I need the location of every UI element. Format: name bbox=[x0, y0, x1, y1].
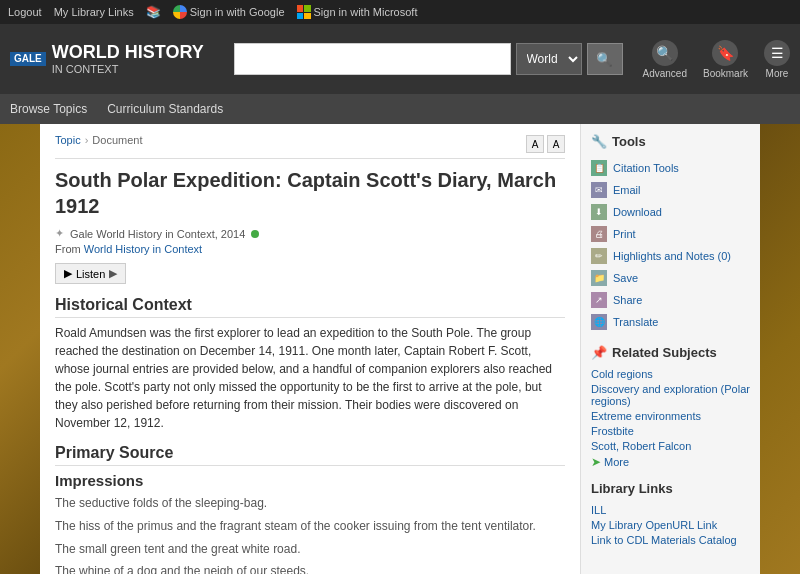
font-size-controls: A A bbox=[526, 135, 565, 153]
font-decrease-button[interactable]: A bbox=[526, 135, 544, 153]
more-arrow-icon: ➤ bbox=[591, 455, 601, 469]
document-title: South Polar Expedition: Captain Scott's … bbox=[55, 167, 565, 219]
top-bar: Logout My Library Links 📚 Sign in with G… bbox=[0, 0, 800, 24]
citation-tools-link[interactable]: 📋 Citation Tools bbox=[591, 157, 750, 179]
bookmark-icon: 🔖 bbox=[712, 40, 738, 66]
share-icon: ↗ bbox=[591, 292, 607, 308]
my-library-links[interactable]: My Library Links bbox=[54, 6, 134, 18]
breadcrumb: Topic › Document bbox=[55, 134, 143, 146]
nav-bar: Browse Topics Curriculum Standards bbox=[0, 94, 800, 124]
translate-icon: 🌐 bbox=[591, 314, 607, 330]
logout-link[interactable]: Logout bbox=[8, 6, 42, 18]
print-link[interactable]: 🖨 Print bbox=[591, 223, 750, 245]
audio-play-icon: ▶ bbox=[109, 267, 117, 280]
related-discovery[interactable]: Discovery and exploration (Polar regions… bbox=[591, 383, 750, 407]
gale-logo: GALE bbox=[10, 52, 46, 66]
cdl-link[interactable]: Link to CDL Materials Catalog bbox=[591, 534, 750, 546]
email-icon: ✉ bbox=[591, 182, 607, 198]
impressions-heading: Impressions bbox=[55, 472, 565, 489]
impression-3: The small green tent and the great white… bbox=[55, 541, 565, 558]
google-signin[interactable]: Sign in with Google bbox=[173, 5, 285, 19]
download-icon: ⬇ bbox=[591, 204, 607, 220]
listen-button[interactable]: ▶ Listen ▶ bbox=[55, 263, 126, 284]
more-button[interactable]: ☰ More bbox=[764, 40, 790, 79]
related-subjects-title: 📌 Related Subjects bbox=[591, 345, 750, 360]
tools-icon: 🔧 bbox=[591, 134, 607, 149]
translate-link[interactable]: 🌐 Translate bbox=[591, 311, 750, 333]
breadcrumb-document: Document bbox=[92, 134, 142, 146]
my-library-link[interactable]: My Library OpenURL Link bbox=[591, 519, 750, 531]
microsoft-signin[interactable]: Sign in with Microsoft bbox=[297, 5, 418, 19]
highlights-link[interactable]: ✏ Highlights and Notes (0) bbox=[591, 245, 750, 267]
tools-list: 📋 Citation Tools ✉ Email ⬇ Download 🖨 Pr… bbox=[591, 157, 750, 333]
site-name: WORLD HISTORY IN CONTEXT bbox=[52, 43, 204, 75]
google-icon bbox=[173, 5, 187, 19]
ill-link[interactable]: ILL bbox=[591, 504, 750, 516]
font-increase-button[interactable]: A bbox=[547, 135, 565, 153]
primary-source-heading: Primary Source bbox=[55, 444, 565, 466]
impression-2: The hiss of the primus and the fragrant … bbox=[55, 518, 565, 535]
listen-icon: ▶ bbox=[64, 267, 72, 280]
highlights-icon: ✏ bbox=[591, 248, 607, 264]
doc-header-bar: Topic › Document A A bbox=[55, 134, 565, 159]
main-content-wrapper: Topic › Document A A South Polar Expedit… bbox=[40, 124, 760, 574]
sidebar: 🔧 Tools 📋 Citation Tools ✉ Email ⬇ Downl… bbox=[580, 124, 760, 574]
source-name: Gale World History in Context, 2014 bbox=[70, 228, 245, 240]
related-scott[interactable]: Scott, Robert Falcon bbox=[591, 440, 750, 452]
availability-indicator bbox=[251, 230, 259, 238]
source-info: ✦ Gale World History in Context, 2014 bbox=[55, 227, 565, 240]
library-icon: 📚 bbox=[146, 5, 161, 19]
share-link[interactable]: ↗ Share bbox=[591, 289, 750, 311]
print-icon: 🖨 bbox=[591, 226, 607, 242]
site-title: WORLD HISTORY bbox=[52, 43, 204, 63]
related-subjects-section: 📌 Related Subjects Cold regions Discover… bbox=[591, 345, 750, 469]
nav-curriculum-standards[interactable]: Curriculum Standards bbox=[107, 102, 223, 116]
citation-icon: 📋 bbox=[591, 160, 607, 176]
save-link[interactable]: 📁 Save bbox=[591, 267, 750, 289]
logo-area: GALE WORLD HISTORY IN CONTEXT bbox=[10, 43, 204, 75]
search-button[interactable]: 🔍 bbox=[587, 43, 623, 75]
header: GALE WORLD HISTORY IN CONTEXT World 🔍 🔍 … bbox=[0, 24, 800, 94]
site-subtitle: IN CONTEXT bbox=[52, 63, 204, 75]
content-area: Topic › Document A A South Polar Expedit… bbox=[40, 124, 580, 574]
library-links-section: Library Links ILL My Library OpenURL Lin… bbox=[591, 481, 750, 546]
world-dropdown[interactable]: World bbox=[516, 43, 582, 75]
search-area: World 🔍 bbox=[234, 43, 623, 75]
more-related-link[interactable]: ➤ More bbox=[591, 455, 750, 469]
menu-icon: ☰ bbox=[764, 40, 790, 66]
historical-context-text: Roald Amundsen was the first explorer to… bbox=[55, 324, 565, 432]
tools-section-title: 🔧 Tools bbox=[591, 134, 750, 149]
search-input[interactable] bbox=[234, 43, 511, 75]
save-icon: 📁 bbox=[591, 270, 607, 286]
microsoft-icon bbox=[297, 5, 311, 19]
related-extreme[interactable]: Extreme environments bbox=[591, 410, 750, 422]
bookmark-button[interactable]: 🔖 Bookmark bbox=[703, 40, 748, 79]
right-decoration bbox=[760, 124, 800, 574]
related-subjects-icon: 📌 bbox=[591, 345, 607, 360]
historical-context-heading: Historical Context bbox=[55, 296, 565, 318]
impression-1: The seductive folds of the sleeping-bag. bbox=[55, 495, 565, 512]
impression-4: The whine of a dog and the neigh of our … bbox=[55, 563, 565, 574]
related-cold-regions[interactable]: Cold regions bbox=[591, 368, 750, 380]
from-source: From World History in Context bbox=[55, 243, 565, 255]
advanced-search-icon: 🔍 bbox=[652, 40, 678, 66]
breadcrumb-topic[interactable]: Topic bbox=[55, 134, 81, 146]
nav-browse-topics[interactable]: Browse Topics bbox=[10, 102, 87, 116]
source-link[interactable]: World History in Context bbox=[84, 243, 202, 255]
search-icon: 🔍 bbox=[596, 52, 613, 67]
email-link[interactable]: ✉ Email bbox=[591, 179, 750, 201]
breadcrumb-sep: › bbox=[85, 134, 89, 146]
download-link[interactable]: ⬇ Download bbox=[591, 201, 750, 223]
related-frostbite[interactable]: Frostbite bbox=[591, 425, 750, 437]
header-icons: 🔍 Advanced 🔖 Bookmark ☰ More bbox=[643, 40, 791, 79]
advanced-search-button[interactable]: 🔍 Advanced bbox=[643, 40, 687, 79]
left-decoration bbox=[0, 124, 40, 574]
library-links-title: Library Links bbox=[591, 481, 750, 496]
listen-label: Listen bbox=[76, 268, 105, 280]
